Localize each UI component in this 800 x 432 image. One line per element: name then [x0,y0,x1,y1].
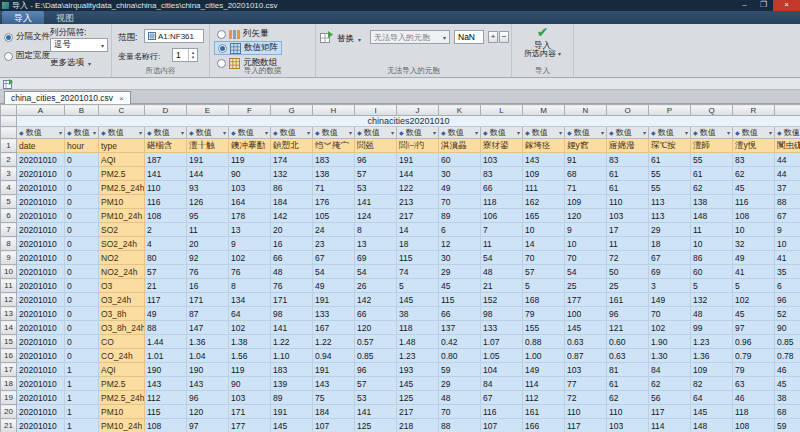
cell[interactable]: 61 [649,153,691,167]
cell[interactable]: 38 [397,307,439,321]
cell[interactable]: 115 [145,405,187,419]
cell[interactable]: 20201010 [17,293,65,307]
cell[interactable]: 45 [733,181,775,195]
cell[interactable]: 145 [565,321,607,335]
cell[interactable]: 133 [481,321,523,335]
cell[interactable]: 6 [439,223,481,237]
cell[interactable]: 11 [691,223,733,237]
cell[interactable]: 183 [313,153,355,167]
cell[interactable]: 76 [187,265,229,279]
cell[interactable]: 5 [397,279,439,293]
cell[interactable]: 218 [397,419,439,432]
cell[interactable]: 96 [355,363,397,377]
row-header[interactable]: 14 [1,321,17,335]
cell[interactable]: 190 [187,363,229,377]
column-type-selector[interactable]: ◆▾数值 [355,127,397,139]
cell[interactable]: 149 [649,293,691,307]
cell[interactable]: 83 [607,153,649,167]
row-header[interactable]: 3 [1,167,17,181]
cell[interactable]: 20201010 [17,181,65,195]
cell[interactable]: 107 [481,419,523,432]
cell[interactable]: 0.42 [439,335,481,349]
cell[interactable]: 56 [649,391,691,405]
cell[interactable]: 24 [313,223,355,237]
cell[interactable]: 54 [481,251,523,265]
cell[interactable]: 68 [565,167,607,181]
column-type-selector[interactable]: ◆▾数值 [313,127,355,139]
cell[interactable]: 217 [397,405,439,419]
cell[interactable]: 83 [733,153,775,167]
cell[interactable]: 103 [607,419,649,432]
cell[interactable]: 16 [187,279,229,293]
cell[interactable]: 102 [733,293,775,307]
column-type-selector[interactable]: ◆▾数值 [271,127,313,139]
cell[interactable]: 1.22 [313,335,355,349]
cell[interactable]: 1 [65,391,99,405]
row-header[interactable]: 21 [1,419,17,432]
cell[interactable]: 0 [65,153,99,167]
cell[interactable]: 70 [439,405,481,419]
cell[interactable]: 1.00 [523,349,565,363]
cell[interactable]: 191 [313,293,355,307]
cell[interactable]: 114 [523,377,565,391]
cell[interactable]: 14 [397,223,439,237]
cell[interactable]: AQI [99,363,145,377]
cell[interactable]: 1.22 [271,335,313,349]
cell[interactable]: 109 [565,195,607,209]
cell[interactable]: 69 [649,265,691,279]
cell[interactable]: 122 [397,181,439,195]
cell[interactable]: 0.87 [565,349,607,363]
cell[interactable]: 148 [691,419,733,432]
cell[interactable]: 琛℃按 [649,139,691,153]
cell[interactable]: 145 [271,419,313,432]
cell[interactable]: 138 [313,167,355,181]
cell[interactable]: 63 [733,377,775,391]
cell[interactable]: 50 [607,265,649,279]
cell[interactable]: 133 [313,307,355,321]
cell[interactable]: 0 [65,349,99,363]
cell[interactable]: 13 [229,223,271,237]
column-type-selector[interactable]: ◆▾数值 [775,127,800,139]
cell[interactable]: 52 [775,307,800,321]
cell[interactable]: 92 [187,251,229,265]
cell[interactable]: 3 [649,279,691,293]
column-type-selector[interactable]: ◆▾数值 [733,127,775,139]
cell[interactable]: 121 [607,321,649,335]
cell[interactable]: 81 [607,363,649,377]
cell[interactable]: SO2_24h [99,237,145,251]
cell[interactable]: 9 [229,237,271,251]
column-type-selector[interactable]: ◆▾数值 [17,127,65,139]
cell[interactable]: 澶師 [691,139,733,153]
cell[interactable]: 10 [691,237,733,251]
cell[interactable]: 20201010 [17,195,65,209]
cell[interactable]: 1.56 [229,349,271,363]
cell[interactable]: 191 [271,405,313,419]
cell[interactable]: 86 [691,251,733,265]
cell[interactable]: 141 [145,167,187,181]
column-header[interactable]: C [99,105,145,116]
cell[interactable]: 41 [775,251,800,265]
cell[interactable]: 鍞愬北 [271,139,313,153]
cell[interactable]: 67 [481,391,523,405]
column-header[interactable]: Q [691,105,733,116]
cell[interactable]: 91 [565,153,607,167]
cell[interactable]: 120 [187,405,229,419]
cell[interactable]: 寮犲鍙 [481,139,523,153]
row-header[interactable]: 4 [1,181,17,195]
cell[interactable]: 103 [481,153,523,167]
cell[interactable]: 108 [733,209,775,223]
cell[interactable]: 108 [145,419,187,432]
cell[interactable]: 193 [397,363,439,377]
cell[interactable]: 1 [65,405,99,419]
cell[interactable]: 86 [271,181,313,195]
cell[interactable]: PM10_24h [99,419,145,432]
cell[interactable]: 1.23 [691,335,733,349]
cell[interactable]: 1.48 [397,335,439,349]
cell[interactable]: 113 [649,209,691,223]
cell[interactable]: 8 [229,279,271,293]
cell[interactable]: 174 [271,153,313,167]
cell[interactable]: 115 [439,293,481,307]
cell[interactable]: 46 [733,391,775,405]
cell[interactable]: 72 [565,391,607,405]
cell[interactable]: 100 [565,307,607,321]
